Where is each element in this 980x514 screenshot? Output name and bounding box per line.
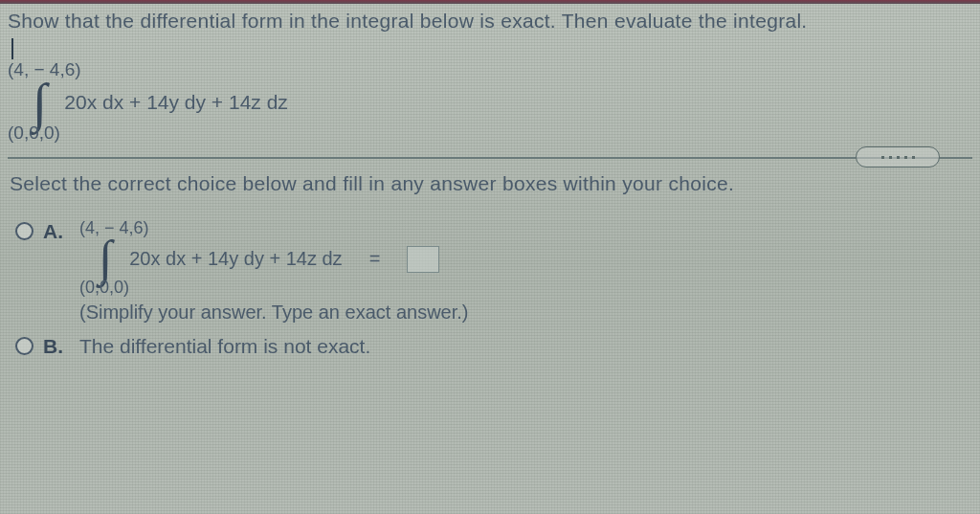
choice-a-upper-limit: (4, − 4,6) bbox=[79, 218, 972, 238]
choice-a-integral-row: ∫ 20x dx + 14y dy + 14z dz = bbox=[79, 236, 972, 281]
dot-icon bbox=[889, 156, 892, 159]
choice-b-label: B. bbox=[43, 335, 66, 358]
integral-sign-icon: ∫ bbox=[99, 236, 112, 281]
dot-icon bbox=[912, 156, 915, 159]
equals-sign: = bbox=[369, 248, 381, 270]
prompt-text: Show that the differential form in the i… bbox=[8, 10, 808, 32]
section-divider bbox=[8, 157, 972, 159]
choice-list: A. (4, − 4,6) ∫ 20x dx + 14y dy + 14z dz… bbox=[8, 218, 972, 358]
question-prompt: Show that the differential form in the i… bbox=[8, 10, 972, 33]
integral-sign-icon: ∫ bbox=[33, 78, 47, 126]
integrand: 20x dx + 14y dy + 14z dz bbox=[64, 91, 287, 114]
radio-choice-a[interactable] bbox=[15, 222, 33, 240]
choice-b-text: The differential form is not exact. bbox=[79, 335, 972, 358]
choice-b: B. The differential form is not exact. bbox=[15, 333, 972, 358]
text-cursor bbox=[11, 38, 13, 59]
question-panel: Show that the differential form in the i… bbox=[0, 0, 980, 358]
integral-expression: (4, − 4,6) ∫ 20x dx + 14y dy + 14z dz (0… bbox=[8, 59, 972, 144]
answer-input-box[interactable] bbox=[407, 246, 439, 273]
toolbar-pill[interactable] bbox=[856, 146, 940, 168]
choice-a: A. (4, − 4,6) ∫ 20x dx + 14y dy + 14z dz… bbox=[15, 218, 972, 324]
choice-a-body: (4, − 4,6) ∫ 20x dx + 14y dy + 14z dz = … bbox=[79, 218, 972, 324]
choice-a-hint: (Simplify your answer. Type an exact ans… bbox=[79, 302, 972, 324]
integral-row: ∫ 20x dx + 14y dy + 14z dz bbox=[8, 78, 972, 126]
choice-a-label: A. bbox=[43, 220, 66, 243]
radio-choice-b[interactable] bbox=[15, 337, 33, 355]
dot-icon bbox=[904, 156, 907, 159]
choice-a-lower-limit: (0,0,0) bbox=[79, 278, 972, 298]
dot-icon bbox=[881, 156, 884, 159]
dot-icon bbox=[897, 156, 900, 159]
upper-limit: (4, − 4,6) bbox=[8, 59, 972, 80]
instruction-text: Select the correct choice below and fill… bbox=[10, 172, 972, 195]
choice-b-body: The differential form is not exact. bbox=[79, 333, 972, 358]
lower-limit: (0,0,0) bbox=[8, 123, 972, 144]
choice-a-integrand: 20x dx + 14y dy + 14z dz bbox=[129, 248, 342, 270]
window-top-accent bbox=[0, 0, 980, 4]
